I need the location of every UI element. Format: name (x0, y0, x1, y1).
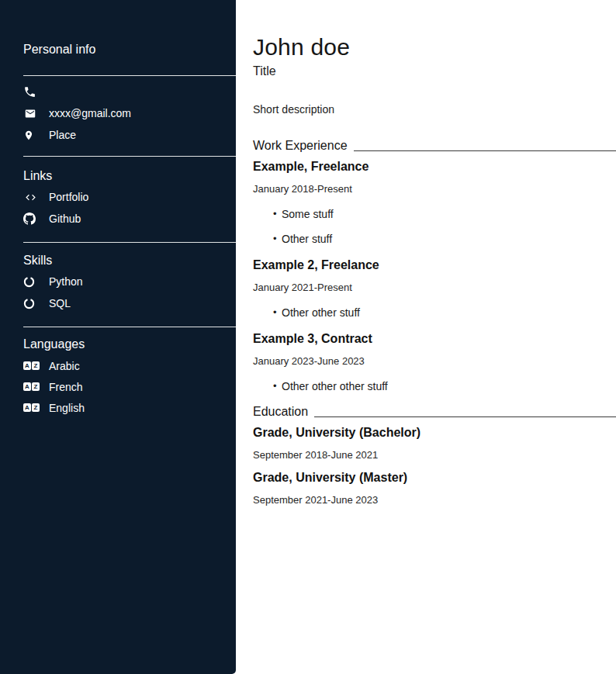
links-heading: Links (23, 168, 236, 184)
email-value[interactable]: xxxx@gmail.com (49, 107, 131, 119)
resume-body: John doe Title Short description Work Ex… (236, 0, 616, 506)
sidebar-divider (23, 327, 236, 327)
personal-info-heading: Personal info (23, 42, 236, 57)
circle-ring-icon (23, 298, 38, 309)
skills-heading: Skills (23, 253, 236, 268)
language-label: Arabic (49, 360, 80, 372)
location-value: Place (49, 129, 76, 141)
education-heading: Education (253, 404, 616, 420)
link-item-github[interactable]: Github (23, 208, 236, 230)
job-title: Title (253, 64, 616, 79)
translate-icon: AZ (23, 361, 38, 370)
personal-info-list: xxxx@gmail.com Place (0, 81, 236, 146)
entry-dates: January 2018-Present (253, 182, 616, 195)
education-entry: Grade, University (Master) September 202… (253, 470, 616, 506)
code-icon (23, 192, 38, 203)
education-entry: Grade, University (Bachelor) September 2… (253, 425, 616, 461)
bullet-item: Other other other stuff (273, 379, 616, 393)
person-name: John doe (253, 34, 616, 60)
link-label[interactable]: Github (49, 213, 81, 225)
entry-bullets: Other other other stuff (253, 379, 616, 393)
language-item: AZ Arabic (23, 355, 236, 376)
bullet-item: Other stuff (273, 232, 616, 246)
work-entry: Example 3, Contract January 2023-June 20… (253, 331, 616, 393)
entry-title: Grade, University (Bachelor) (253, 425, 616, 441)
work-experience-heading: Work Experience (253, 138, 616, 154)
translate-icon-a: A (23, 382, 31, 391)
entry-bullets: Some stuff Other stuff (253, 207, 616, 246)
phone-icon (23, 85, 38, 99)
translate-icon-a: A (23, 361, 31, 370)
skill-label: SQL (49, 297, 71, 309)
link-item-portfolio[interactable]: Portfolio (23, 186, 236, 208)
skill-item: SQL (23, 292, 236, 314)
sidebar: Personal info xxxx@gmail.com Place (0, 0, 236, 674)
languages-heading: Languages (23, 337, 236, 352)
language-label: English (49, 402, 85, 414)
language-item: AZ French (23, 376, 236, 397)
entry-dates: September 2018-June 2021 (253, 448, 616, 461)
skills-list: Python SQL (0, 271, 236, 314)
translate-icon: AZ (23, 382, 38, 391)
entry-bullets: Other other stuff (253, 306, 616, 320)
short-description: Short description (253, 102, 616, 116)
language-label: French (49, 381, 83, 393)
languages-list: AZ Arabic AZ French AZ English (0, 355, 236, 418)
translate-icon-a: A (23, 403, 31, 412)
skill-label: Python (49, 275, 83, 288)
phone-row (23, 81, 236, 102)
sidebar-divider (23, 75, 236, 76)
translate-icon-z: Z (32, 382, 40, 391)
translate-icon: AZ (23, 403, 38, 412)
envelope-icon (23, 108, 38, 119)
work-entry: Example, Freelance January 2018-Present … (253, 159, 616, 246)
github-icon (23, 213, 38, 225)
bullet-item: Other other stuff (273, 306, 616, 320)
skill-item: Python (23, 271, 236, 292)
entry-dates: January 2021-Present (253, 281, 616, 294)
location-row: Place (23, 124, 236, 146)
entry-title: Example, Freelance (253, 159, 616, 175)
bullet-item: Some stuff (273, 207, 616, 221)
entry-title: Example 2, Freelance (253, 258, 616, 273)
sidebar-divider (23, 156, 236, 157)
sidebar-divider (23, 242, 236, 243)
links-list: Portfolio Github (0, 186, 236, 230)
section-title: Education (253, 404, 308, 420)
map-pin-icon (23, 129, 38, 142)
translate-icon-z: Z (32, 361, 40, 370)
entry-dates: January 2023-June 2023 (253, 354, 616, 368)
section-title: Work Experience (253, 138, 348, 154)
section-rule (314, 416, 616, 417)
entry-title: Example 3, Contract (253, 331, 616, 347)
language-item: AZ English (23, 397, 236, 418)
work-entry: Example 2, Freelance January 2021-Presen… (253, 258, 616, 320)
email-row[interactable]: xxxx@gmail.com (23, 102, 236, 124)
link-label[interactable]: Portfolio (49, 191, 88, 203)
resume-page: Personal info xxxx@gmail.com Place (0, 0, 616, 506)
translate-icon-z: Z (32, 403, 40, 412)
circle-ring-icon (23, 276, 38, 288)
entry-title: Grade, University (Master) (253, 470, 616, 486)
entry-dates: September 2021-June 2023 (253, 493, 616, 506)
section-rule (354, 150, 616, 151)
